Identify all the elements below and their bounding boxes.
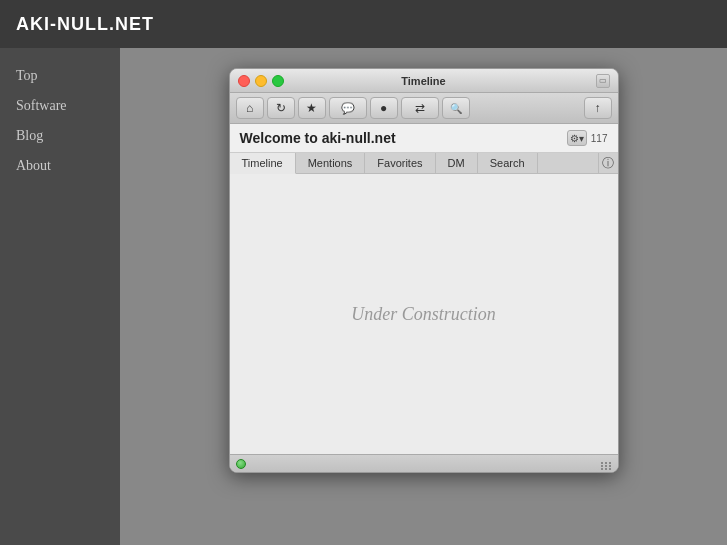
circle-icon: ● [380,101,387,116]
mac-window: Timeline ▭ ⌂ ↻ ★ 💬 [229,68,619,473]
retweet-icon: ⇄ [415,101,425,116]
site-title: AKI-NULL.NET [16,14,154,35]
sidebar-item-top[interactable]: Top [16,68,120,84]
welcome-controls: ⚙▾ 117 [567,130,608,146]
window-titlebar: Timeline ▭ [230,69,618,93]
gear-icon: ⚙▾ [570,133,584,144]
speech-toolbar-button[interactable]: 💬 [329,97,367,119]
search-icon: 🔍 [450,103,462,114]
refresh-toolbar-button[interactable]: ↻ [267,97,295,119]
site-header: AKI-NULL.NET [0,0,727,48]
window-resize-button[interactable]: ▭ [596,74,610,88]
upload-toolbar-button[interactable]: ↑ [584,97,612,119]
window-toolbar: ⌂ ↻ ★ 💬 ● ⇄ 🔍 [230,93,618,124]
tab-search[interactable]: Search [478,153,538,173]
sidebar-item-software[interactable]: Software [16,98,120,114]
window-footer [230,454,618,472]
traffic-lights [238,75,284,87]
circle-toolbar-button[interactable]: ● [370,97,398,119]
content-area: Timeline ▭ ⌂ ↻ ★ 💬 [120,48,727,545]
upload-icon: ↑ [595,101,601,116]
tab-timeline[interactable]: Timeline [230,153,296,174]
maximize-button[interactable] [272,75,284,87]
welcome-bar: Welcome to aki-null.net ⚙▾ 117 [230,124,618,153]
counter-badge: 117 [591,133,608,144]
tab-dm[interactable]: DM [436,153,478,173]
home-toolbar-button[interactable]: ⌂ [236,97,264,119]
sidebar-item-about[interactable]: About [16,158,120,174]
gear-button[interactable]: ⚙▾ [567,130,587,146]
status-indicator [236,459,246,469]
tab-favorites[interactable]: Favorites [365,153,435,173]
sidebar-item-blog[interactable]: Blog [16,128,120,144]
refresh-icon: ↻ [276,101,286,116]
star-icon: ★ [306,101,317,116]
minimize-button[interactable] [255,75,267,87]
tab-bar: Timeline Mentions Favorites DM Search ⓘ [230,153,618,174]
info-icon: ⓘ [602,155,614,172]
speech-icon: 💬 [341,102,355,115]
main-layout: Top Software Blog About Timeline ▭ [0,48,727,545]
close-button[interactable] [238,75,250,87]
retweet-toolbar-button[interactable]: ⇄ [401,97,439,119]
tab-info-button[interactable]: ⓘ [598,153,618,173]
window-body: Under Construction [230,174,618,454]
welcome-text: Welcome to aki-null.net [240,130,396,146]
window-title: Timeline [401,75,445,87]
star-toolbar-button[interactable]: ★ [298,97,326,119]
tab-mentions[interactable]: Mentions [296,153,366,173]
home-icon: ⌂ [246,101,253,116]
sidebar: Top Software Blog About [0,48,120,545]
search-toolbar-button[interactable]: 🔍 [442,97,470,119]
under-construction-text: Under Construction [351,304,496,325]
resize-handle[interactable] [600,458,612,470]
